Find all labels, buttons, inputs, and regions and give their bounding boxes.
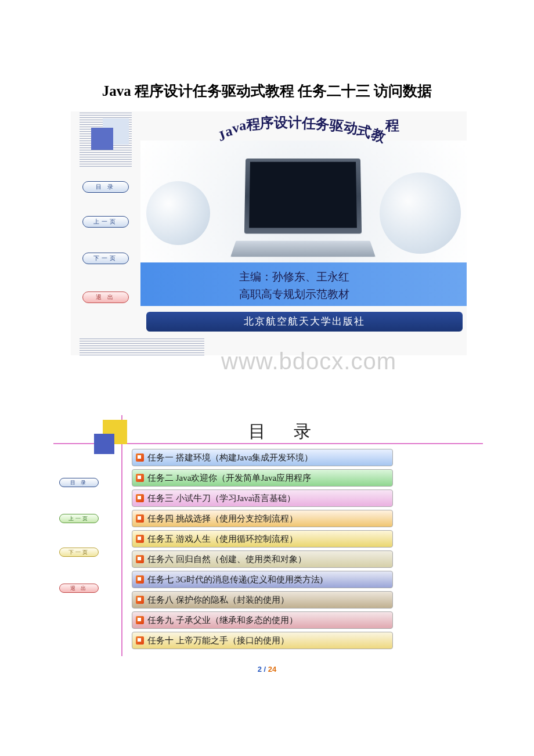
hero-graphic [140,141,467,262]
toc-item-label: 任务七 3G时代的消息传递(定义和使用类方法) [147,574,323,585]
publisher-bar: 北京航空航天大学出版社 [146,312,463,332]
slide-toc: 目 录 目 录 上一页 下一页 退 出 任务一 搭建环境（构建Java集成开发环… [53,415,483,656]
toc-item-label: 任务九 子承父业（继承和多态的使用） [147,615,298,626]
toc-item[interactable]: 任务七 3G时代的消息传递(定义和使用类方法) [132,571,393,588]
page-current: 2 [258,665,262,674]
nav-next-button[interactable]: 下一页 [82,253,129,264]
toc-list: 任务一 搭建环境（构建Java集成开发环境）任务二 Java欢迎你（开发简单Ja… [132,449,393,652]
globe-icon [380,172,461,254]
page-total: 24 [268,665,276,674]
toc-heading: 目 录 [169,420,402,444]
nav-prev-button[interactable]: 上一页 [82,216,129,228]
document-title: Java 程序设计任务驱动式教程 任务二十三 访问数据 [0,81,534,100]
keyboard-icon [230,241,376,257]
toc-item[interactable]: 任务二 Java欢迎你（开发简单Java应用程序 [132,469,393,487]
task-icon [136,555,144,563]
toc-item-label: 任务四 挑战选择（使用分支控制流程） [147,513,298,524]
toc-item[interactable]: 任务四 挑战选择（使用分支控制流程） [132,510,393,527]
task-icon [136,494,144,502]
toc-item[interactable]: 任务六 回归自然（创建、使用类和对象） [132,550,393,568]
toc-item[interactable]: 任务八 保护你的隐私（封装的使用） [132,591,393,609]
toc-item-label: 任务六 回归自然（创建、使用类和对象） [147,554,306,565]
toc-item-label: 任务三 小试牛刀（学习Java语言基础） [147,493,295,504]
nav-next-button[interactable]: 下一页 [59,548,99,557]
toc-item-label: 任务十 上帝万能之手（接口的使用） [147,635,289,646]
monitor-icon [244,159,362,234]
task-icon [136,575,144,584]
nav-toc-button[interactable]: 目 录 [82,181,129,193]
toc-item[interactable]: 任务十 上帝万能之手（接口的使用） [132,632,393,649]
editors-band: 主编：孙修东、王永红 高职高专规划示范教材 [140,262,467,306]
toc-item-label: 任务二 Java欢迎你（开发简单Java应用程序 [147,473,311,484]
task-icon [136,616,144,624]
nav-exit-button[interactable]: 退 出 [82,291,129,303]
toc-item[interactable]: 任务三 小试牛刀（学习Java语言基础） [132,489,393,507]
nav-toc-button[interactable]: 目 录 [59,478,99,487]
nav-exit-button[interactable]: 退 出 [59,584,99,593]
subtitle-text: 高职高专规划示范教材 [239,286,467,303]
toc-item[interactable]: 任务九 子承父业（继承和多态的使用） [132,611,393,629]
task-icon [136,474,144,482]
toc-item-label: 任务一 搭建环境（构建Java集成开发环境） [147,452,313,463]
task-icon [136,514,144,523]
editors-text: 主编：孙修东、王永红 [239,268,467,286]
toc-item[interactable]: 任务一 搭建环境（构建Java集成开发环境） [132,449,393,466]
task-icon [136,535,144,543]
decor-square-dark [91,128,113,150]
nav-prev-button[interactable]: 上一页 [59,514,99,523]
decor-line-vertical [121,415,122,656]
toc-item-label: 任务八 保护你的隐私（封装的使用） [147,595,289,606]
book-title-curved: Java程序设计任务驱动式教程 [158,116,460,135]
task-icon [136,453,144,462]
page-number: 2 / 24 [0,665,534,674]
task-icon [136,596,144,604]
toc-item[interactable]: 任务五 游戏人生（使用循环控制流程） [132,530,393,548]
decor-square-blue [94,434,114,454]
task-icon [136,636,144,645]
toc-item-label: 任务五 游戏人生（使用循环控制流程） [147,534,298,545]
slide-cover: 目 录 上一页 下一页 退 出 Java程序设计任务驱动式教程 主编：孙修东、王… [71,111,467,367]
watermark-text: www.bdocx.com [152,348,466,375]
globe-icon [146,181,210,245]
